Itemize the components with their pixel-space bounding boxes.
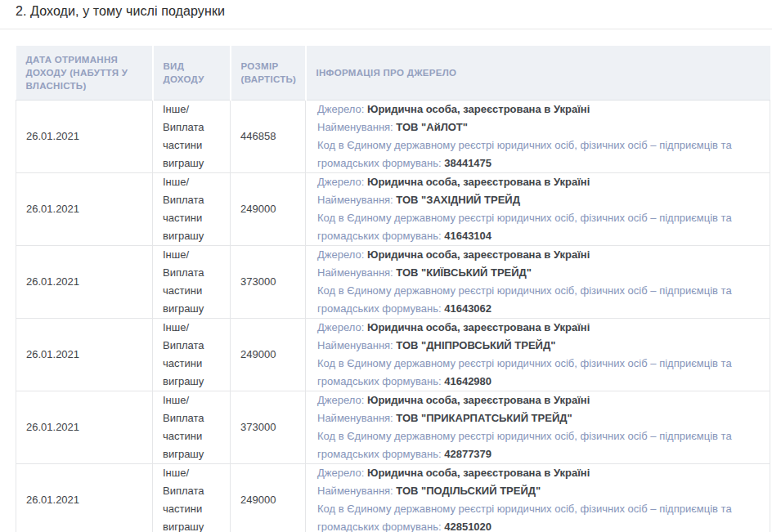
income-amount: 249000 — [240, 348, 276, 360]
source-name-value: ТОВ "КИЇВСЬКИЙ ТРЕЙД" — [396, 266, 532, 279]
cell-income-type: Інше/ Виплата частини виграшу — [153, 319, 231, 391]
income-table-row: 26.01.2021 Інше/ Виплата частини виграшу… — [16, 319, 770, 391]
source-kind-value: Юридична особа, зареєстрована в Україні — [367, 321, 590, 333]
cell-income-amount: 249000 — [231, 173, 306, 246]
source-name-line: Найменування: ТОВ "ПОДІЛЬСКИЙ ТРЕЙД" — [317, 482, 758, 500]
income-date: 26.01.2021 — [26, 130, 79, 142]
source-code-line: Код в Єдиному державному реєстрі юридичн… — [317, 282, 758, 318]
source-kind-label: Джерело: — [317, 394, 364, 406]
source-kind-line: Джерело: Юридична особа, зареєстрована в… — [317, 173, 758, 191]
income-section: ДАТА ОТРИМАННЯ ДОХОДУ (НАБУТТЯ У ВЛАСНІС… — [0, 29, 772, 532]
source-code-value: 41643062 — [444, 302, 491, 315]
source-code-label: Код в Єдиному державному реєстрі юридичн… — [317, 139, 732, 169]
cell-income-date: 26.01.2021 — [16, 246, 153, 319]
income-amount: 373000 — [240, 275, 276, 288]
income-amount: 373000 — [240, 421, 276, 433]
cell-income-date: 26.01.2021 — [16, 101, 153, 173]
source-name-line: Найменування: ТОВ "ЗАХІДНИЙ ТРЕЙД — [317, 191, 758, 209]
income-table-row: 26.01.2021 Інше/ Виплата частини виграшу… — [16, 391, 770, 464]
cell-income-type: Інше/ Виплата частини виграшу — [153, 173, 231, 246]
cell-source-info: Джерело: Юридична особа, зареєстрована в… — [306, 173, 770, 246]
source-code-label: Код в Єдиному державному реєстрі юридичн… — [317, 357, 732, 387]
source-code-line: Код в Єдиному державному реєстрі юридичн… — [317, 427, 758, 463]
source-name-label: Найменування: — [317, 121, 393, 133]
source-name-value: ТОВ "ЗАХІДНИЙ ТРЕЙД — [396, 194, 520, 206]
source-name-label: Найменування: — [317, 339, 393, 351]
income-table-row: 26.01.2021 Інше/ Виплата частини виграшу… — [16, 101, 770, 173]
source-kind-label: Джерело: — [317, 321, 364, 333]
income-date: 26.01.2021 — [26, 494, 79, 506]
source-code-label: Код в Єдиному державному реєстрі юридичн… — [317, 430, 732, 460]
income-amount: 249000 — [240, 203, 276, 215]
header-cell-date: ДАТА ОТРИМАННЯ ДОХОДУ (НАБУТТЯ У ВЛАСНІС… — [16, 46, 153, 101]
cell-income-amount: 249000 — [231, 464, 306, 532]
source-kind-label: Джерело: — [317, 248, 364, 261]
source-code-line: Код в Єдиному державному реєстрі юридичн… — [317, 209, 758, 245]
source-name-line: Найменування: ТОВ "ПРИКАРПАТСЬКИЙ ТРЕЙД" — [317, 409, 758, 427]
source-kind-line: Джерело: Юридична особа, зареєстрована в… — [317, 464, 758, 482]
income-table-row: 26.01.2021 Інше/ Виплата частини виграшу… — [16, 464, 770, 532]
income-date: 26.01.2021 — [26, 203, 79, 215]
source-kind-value: Юридична особа, зареєстрована в Україні — [367, 248, 590, 261]
source-code-line: Код в Єдиному державному реєстрі юридичн… — [317, 136, 758, 172]
source-kind-value: Юридична особа, зареєстрована в Україні — [367, 394, 590, 406]
source-code-value: 41642980 — [444, 375, 491, 387]
cell-income-type: Інше/ Виплата частини виграшу — [153, 464, 231, 532]
cell-source-info: Джерело: Юридична особа, зареєстрована в… — [306, 319, 770, 391]
income-type: Інше/ Виплата частини виграшу — [163, 176, 204, 242]
cell-income-date: 26.01.2021 — [16, 319, 153, 391]
income-amount: 446858 — [240, 130, 276, 142]
cell-source-info: Джерело: Юридична особа, зареєстрована в… — [306, 101, 770, 173]
source-name-value: ТОВ "ДНІПРОВСЬКИЙ ТРЕЙД" — [396, 339, 555, 351]
cell-income-amount: 446858 — [231, 101, 306, 173]
source-kind-line: Джерело: Юридична особа, зареєстрована в… — [317, 391, 758, 409]
header-row: ДАТА ОТРИМАННЯ ДОХОДУ (НАБУТТЯ У ВЛАСНІС… — [16, 46, 770, 101]
section-title-bar: 2. Доходи, у тому числі подарунки — [0, 0, 772, 29]
source-code-value: 42877379 — [444, 448, 491, 460]
source-code-label: Код в Єдиному державному реєстрі юридичн… — [317, 503, 732, 532]
page-title: 2. Доходи, у тому числі подарунки — [16, 4, 756, 19]
source-name-label: Найменування: — [317, 485, 393, 497]
cell-income-type: Інше/ Виплата частини виграшу — [153, 391, 231, 464]
source-name-line: Найменування: ТОВ "КИЇВСЬКИЙ ТРЕЙД" — [317, 264, 758, 282]
cell-income-type: Інше/ Виплата частини виграшу — [153, 101, 231, 173]
income-date: 26.01.2021 — [26, 275, 79, 288]
source-kind-line: Джерело: Юридична особа, зареєстрована в… — [317, 246, 758, 264]
source-kind-value: Юридична особа, зареєстрована в Україні — [367, 467, 590, 479]
source-kind-line: Джерело: Юридична особа, зареєстрована в… — [317, 319, 758, 337]
source-name-label: Найменування: — [317, 266, 393, 279]
income-table-row: 26.01.2021 Інше/ Виплата частини виграшу… — [16, 246, 770, 319]
source-kind-value: Юридична особа, зареєстрована в Україні — [367, 176, 590, 188]
source-kind-value: Юридична особа, зареєстрована в Україні — [367, 103, 590, 115]
source-name-label: Найменування: — [317, 412, 393, 424]
cell-source-info: Джерело: Юридична особа, зареєстрована в… — [306, 464, 770, 532]
cell-income-amount: 373000 — [231, 391, 306, 464]
source-kind-label: Джерело: — [317, 103, 364, 115]
header-cell-amount: РОЗМІР (ВАРТІСТЬ) — [231, 46, 306, 101]
income-amount: 249000 — [240, 494, 276, 506]
income-date: 26.01.2021 — [26, 421, 79, 433]
income-table-row: 26.01.2021 Інше/ Виплата частини виграшу… — [16, 173, 770, 246]
source-name-value: ТОВ "ПРИКАРПАТСЬКИЙ ТРЕЙД" — [396, 412, 572, 424]
source-name-value: ТОВ "ПОДІЛЬСКИЙ ТРЕЙД" — [396, 485, 541, 497]
source-code-label: Код в Єдиному державному реєстрі юридичн… — [317, 212, 732, 242]
source-kind-label: Джерело: — [317, 467, 364, 479]
cell-income-amount: 373000 — [231, 246, 306, 319]
cell-income-type: Інше/ Виплата частини виграшу — [153, 246, 231, 319]
cell-income-date: 26.01.2021 — [16, 464, 153, 532]
source-code-line: Код в Єдиному державному реєстрі юридичн… — [317, 355, 758, 391]
cell-income-date: 26.01.2021 — [16, 391, 153, 464]
source-name-line: Найменування: ТОВ "АйЛОТ" — [317, 118, 758, 136]
cell-income-amount: 249000 — [231, 319, 306, 391]
income-type: Інше/ Виплата частини виграшу — [163, 467, 204, 532]
income-date: 26.01.2021 — [26, 348, 79, 360]
income-table-header: ДАТА ОТРИМАННЯ ДОХОДУ (НАБУТТЯ У ВЛАСНІС… — [16, 46, 770, 101]
source-code-value: 38441475 — [444, 157, 491, 169]
source-code-line: Код в Єдиному державному реєстрі юридичн… — [317, 500, 758, 532]
source-name-line: Найменування: ТОВ "ДНІПРОВСЬКИЙ ТРЕЙД" — [317, 337, 758, 355]
income-type: Інше/ Виплата частини виграшу — [163, 394, 204, 460]
source-code-value: 41643104 — [444, 230, 491, 242]
header-cell-source-info: ІНФОРМАЦІЯ ПРО ДЖЕРЕЛО — [306, 46, 770, 101]
income-type: Інше/ Виплата частини виграшу — [163, 321, 204, 387]
cell-source-info: Джерело: Юридична особа, зареєстрована в… — [306, 391, 770, 464]
